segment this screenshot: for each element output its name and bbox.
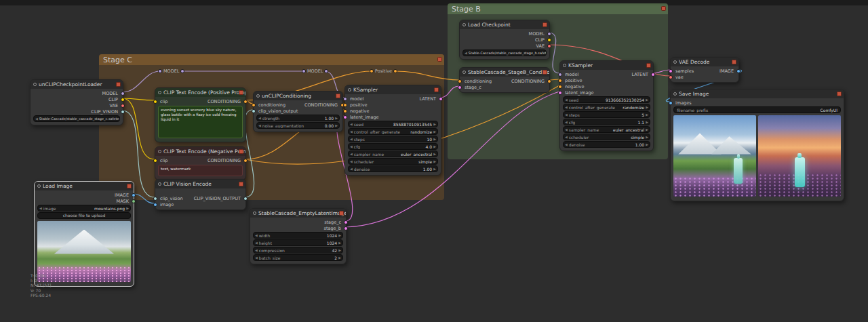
output-port-image[interactable]	[132, 193, 136, 197]
node-clip-text-encode-negative[interactable]: CLIP Text Encode (Negative Prompt) clip …	[155, 146, 246, 180]
output-port-mask[interactable]	[132, 199, 136, 203]
decrement-icon[interactable]: ◀	[350, 137, 353, 141]
node-title-bar[interactable]: VAE Decode	[671, 58, 738, 66]
input-port-negative[interactable]	[558, 85, 562, 89]
cfg-widget[interactable]: ◀cfg1.1▶	[563, 119, 650, 125]
sampler-name-widget[interactable]: ◀sampler_nameeuler_ancestral▶	[348, 150, 438, 157]
collapse-icon[interactable]	[158, 150, 161, 153]
compression-widget[interactable]: ◀compression42▶	[253, 247, 343, 254]
next-value-icon[interactable]: ▶	[433, 159, 436, 163]
node-title-bar[interactable]: unCLIPConditioning	[254, 92, 342, 100]
output-port-stage-b[interactable]	[344, 226, 348, 230]
node-save-image[interactable]: Save Image images filename_prefix ComfyU…	[670, 89, 844, 201]
reroute-in-port[interactable]	[370, 69, 374, 73]
node-vae-decode[interactable]: VAE Decode samples IMAGE vae	[670, 57, 739, 83]
input-port-latent-image[interactable]	[343, 115, 347, 119]
node-title-bar[interactable]: unCLIPCheckpointLoader	[31, 80, 123, 89]
increment-icon[interactable]: ▶	[338, 233, 341, 237]
reroute-model-2[interactable]: MODEL	[302, 68, 328, 74]
decrement-icon[interactable]: ◀	[255, 248, 258, 252]
noise-augmentation-widget[interactable]: ◀ noise_augmentation 0.00 ▶	[256, 122, 340, 129]
node-title-bar[interactable]: Load Checkpoint	[460, 20, 549, 29]
increment-icon[interactable]: ▶	[646, 142, 648, 146]
output-port-model[interactable]	[121, 92, 125, 96]
steps-widget[interactable]: ◀steps5▶	[563, 111, 650, 118]
next-value-icon[interactable]: ▶	[646, 127, 648, 132]
node-title-bar[interactable]: StableCascade_EmptyLatentImage	[250, 209, 346, 218]
input-port-latent-image[interactable]	[558, 91, 562, 95]
decrement-icon[interactable]: ◀	[350, 122, 353, 126]
output-port-conditioning[interactable]	[243, 100, 248, 104]
node-ksampler-stage-b[interactable]: KSampler model LATENT positive negative …	[559, 60, 654, 151]
input-port-clip-vision[interactable]	[153, 197, 157, 201]
input-port-positive[interactable]	[343, 103, 347, 107]
input-port-clip-vision-output[interactable]	[252, 109, 256, 113]
output-port-vae[interactable]	[547, 44, 551, 48]
denoise-widget[interactable]: ◀denoise1.00▶	[563, 141, 650, 148]
decrement-icon[interactable]: ◀	[258, 123, 261, 127]
input-port-samples[interactable]	[669, 69, 673, 73]
node-load-image[interactable]: Load Image IMAGE MASK ◀ image mountains.…	[34, 181, 134, 287]
collapse-icon[interactable]	[158, 91, 161, 94]
steps-widget[interactable]: ◀steps10▶	[348, 136, 438, 142]
prev-value-icon[interactable]: ◀	[350, 129, 353, 134]
image-combo[interactable]: ◀ image mountains.png ▶	[37, 205, 131, 212]
control-after-generate-widget[interactable]: ◀control_after_generaterandomize▶	[563, 104, 650, 110]
width-widget[interactable]: ◀width1024▶	[253, 232, 343, 239]
node-clip-vision-encode[interactable]: CLIP Vision Encode clip_vision CLIP_VISI…	[155, 179, 246, 210]
collapse-icon[interactable]	[563, 64, 566, 67]
input-port-conditioning[interactable]	[458, 79, 462, 83]
reroute-positive[interactable]: Positive	[370, 68, 397, 74]
decrement-icon[interactable]: ◀	[350, 144, 353, 148]
input-port-negative[interactable]	[343, 109, 347, 113]
reroute-out-port[interactable]	[180, 69, 184, 73]
reroute-model-1[interactable]: MODEL	[158, 68, 184, 74]
prev-value-icon[interactable]: ◀	[35, 117, 38, 121]
input-port-clip[interactable]	[153, 159, 157, 163]
collapse-icon[interactable]	[462, 23, 466, 26]
decrement-icon[interactable]: ◀	[565, 120, 568, 124]
node-stage-b-conditioning[interactable]: StableCascade_StageB_Conditioning condit…	[459, 67, 550, 93]
next-value-icon[interactable]: ▶	[433, 129, 436, 134]
decrement-icon[interactable]: ◀	[255, 241, 258, 245]
prev-value-icon[interactable]: ◀	[565, 127, 568, 132]
upload-button[interactable]: choose file to upload	[37, 212, 131, 219]
increment-icon[interactable]: ▶	[338, 248, 341, 252]
scheduler-widget[interactable]: ◀schedulersimple▶	[563, 134, 650, 140]
output-port-conditioning[interactable]	[243, 159, 248, 163]
output-port-clip[interactable]	[547, 38, 551, 42]
increment-icon[interactable]: ▶	[338, 241, 341, 245]
output-port-model[interactable]	[547, 32, 551, 36]
increment-icon[interactable]: ▶	[338, 256, 341, 260]
prev-value-icon[interactable]: ◀	[565, 135, 568, 139]
collapse-icon[interactable]	[348, 88, 351, 92]
input-port-model[interactable]	[343, 97, 347, 101]
batch-size-widget[interactable]: ◀batch_size2▶	[253, 254, 343, 261]
output-port-clip-vision-output[interactable]	[243, 197, 248, 201]
node-graph-canvas[interactable]: Stage C Stage B MODE	[0, 0, 868, 322]
collapse-icon[interactable]	[33, 83, 37, 86]
collapse-icon[interactable]	[256, 94, 260, 98]
node-ksampler-stage-c[interactable]: KSampler model LATENT positive negative …	[344, 85, 441, 176]
decrement-icon[interactable]: ◀	[565, 98, 568, 102]
strength-widget[interactable]: ◀ strength 1.00 ▶	[256, 115, 340, 121]
node-unclip-checkpoint-loader[interactable]: unCLIPCheckpointLoader MODEL CLIP VAE CL…	[30, 79, 123, 125]
output-port-latent[interactable]	[439, 97, 443, 101]
output-port-clip-vision[interactable]	[121, 110, 125, 114]
node-load-checkpoint[interactable]: Load Checkpoint MODEL CLIP VAE ◀ Stable-…	[459, 20, 550, 60]
collapse-icon[interactable]	[673, 60, 677, 64]
increment-icon[interactable]: ▶	[335, 123, 338, 127]
prev-value-icon[interactable]: ◀	[350, 152, 353, 156]
decrement-icon[interactable]: ◀	[350, 167, 353, 171]
collapse-icon[interactable]	[462, 71, 466, 74]
next-value-icon[interactable]: ▶	[433, 152, 436, 156]
node-title-bar[interactable]: Load Image	[35, 182, 134, 190]
node-title-bar[interactable]: KSampler	[560, 61, 653, 70]
prev-value-icon[interactable]: ◀	[565, 105, 568, 109]
output-port-latent[interactable]	[651, 73, 655, 77]
input-port-positive[interactable]	[558, 79, 562, 83]
increment-icon[interactable]: ▶	[433, 144, 436, 148]
increment-icon[interactable]: ▶	[646, 120, 648, 124]
node-title-bar[interactable]: StableCascade_StageB_Conditioning	[460, 68, 549, 77]
input-port-conditioning[interactable]	[252, 103, 256, 107]
